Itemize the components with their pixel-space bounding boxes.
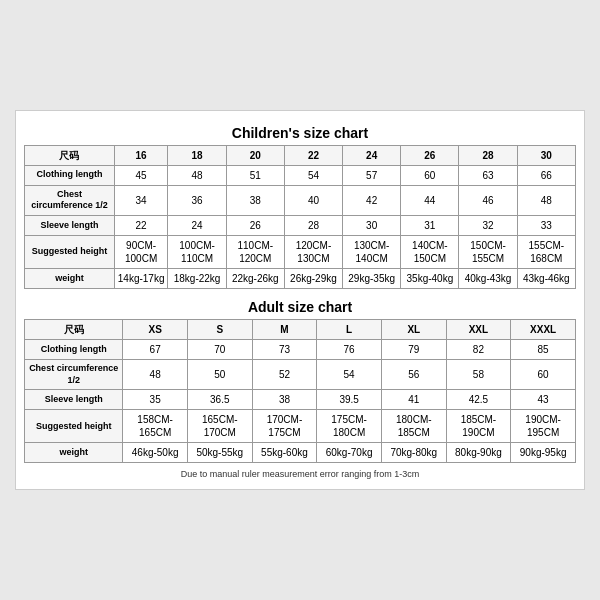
cell-value: 73 xyxy=(252,340,317,360)
cell-value: 170CM-175CM xyxy=(252,410,317,443)
cell-value: 140CM-150CM xyxy=(401,236,459,269)
cell-value: 56 xyxy=(381,360,446,390)
children-header-cell: 24 xyxy=(343,145,401,165)
cell-value: 57 xyxy=(343,165,401,185)
cell-value: 58 xyxy=(446,360,511,390)
cell-value: 67 xyxy=(123,340,188,360)
cell-value: 48 xyxy=(123,360,188,390)
cell-value: 70 xyxy=(187,340,252,360)
cell-value: 52 xyxy=(252,360,317,390)
children-header-cell: 20 xyxy=(226,145,284,165)
adult-header-cell: XS xyxy=(123,320,188,340)
cell-value: 36 xyxy=(168,185,226,215)
table-row: Chest circumference 1/248505254565860 xyxy=(25,360,576,390)
cell-value: 28 xyxy=(284,216,342,236)
cell-value: 48 xyxy=(168,165,226,185)
adult-table: 尺码XSSMLXLXXLXXXL Clothing length67707376… xyxy=(24,319,576,463)
adult-header-cell: L xyxy=(317,320,382,340)
children-header-cell: 尺码 xyxy=(25,145,115,165)
cell-value: 90CM-100CM xyxy=(114,236,168,269)
row-label: Clothing length xyxy=(25,165,115,185)
adult-title: Adult size chart xyxy=(24,295,576,319)
cell-value: 82 xyxy=(446,340,511,360)
cell-value: 63 xyxy=(459,165,517,185)
children-header-cell: 26 xyxy=(401,145,459,165)
cell-value: 30 xyxy=(343,216,401,236)
table-row: Clothing length4548515457606366 xyxy=(25,165,576,185)
cell-value: 79 xyxy=(381,340,446,360)
cell-value: 185CM-190CM xyxy=(446,410,511,443)
cell-value: 110CM-120CM xyxy=(226,236,284,269)
cell-value: 43 xyxy=(511,390,576,410)
cell-value: 180CM-185CM xyxy=(381,410,446,443)
table-row: Sleeve length2224262830313233 xyxy=(25,216,576,236)
cell-value: 18kg-22kg xyxy=(168,269,226,289)
cell-value: 50 xyxy=(187,360,252,390)
row-label: Suggested height xyxy=(25,236,115,269)
table-row: Suggested height158CM-165CM165CM-170CM17… xyxy=(25,410,576,443)
row-label: Clothing length xyxy=(25,340,123,360)
cell-value: 38 xyxy=(252,390,317,410)
cell-value: 158CM-165CM xyxy=(123,410,188,443)
cell-value: 175CM-180CM xyxy=(317,410,382,443)
cell-value: 46kg-50kg xyxy=(123,443,188,463)
cell-value: 51 xyxy=(226,165,284,185)
table-row: Clothing length67707376798285 xyxy=(25,340,576,360)
cell-value: 66 xyxy=(517,165,575,185)
children-title: Children's size chart xyxy=(24,121,576,145)
table-row: Suggested height90CM-100CM100CM-110CM110… xyxy=(25,236,576,269)
cell-value: 42.5 xyxy=(446,390,511,410)
cell-value: 165CM-170CM xyxy=(187,410,252,443)
cell-value: 22kg-26kg xyxy=(226,269,284,289)
cell-value: 31 xyxy=(401,216,459,236)
cell-value: 80kg-90kg xyxy=(446,443,511,463)
row-label: Sleeve length xyxy=(25,390,123,410)
cell-value: 85 xyxy=(511,340,576,360)
children-header-cell: 28 xyxy=(459,145,517,165)
cell-value: 60kg-70kg xyxy=(317,443,382,463)
chart-container: Children's size chart 尺码1618202224262830… xyxy=(15,110,585,491)
table-row: Sleeve length3536.53839.54142.543 xyxy=(25,390,576,410)
cell-value: 54 xyxy=(284,165,342,185)
note: Due to manual ruler measurement error ra… xyxy=(24,469,576,479)
row-label: Sleeve length xyxy=(25,216,115,236)
adult-header-cell: M xyxy=(252,320,317,340)
adult-header-cell: 尺码 xyxy=(25,320,123,340)
cell-value: 60 xyxy=(401,165,459,185)
cell-value: 38 xyxy=(226,185,284,215)
cell-value: 26kg-29kg xyxy=(284,269,342,289)
cell-value: 55kg-60kg xyxy=(252,443,317,463)
children-table: 尺码1618202224262830 Clothing length454851… xyxy=(24,145,576,289)
children-header-cell: 18 xyxy=(168,145,226,165)
cell-value: 44 xyxy=(401,185,459,215)
cell-value: 50kg-55kg xyxy=(187,443,252,463)
cell-value: 14kg-17kg xyxy=(114,269,168,289)
table-row: weight46kg-50kg50kg-55kg55kg-60kg60kg-70… xyxy=(25,443,576,463)
cell-value: 29kg-35kg xyxy=(343,269,401,289)
cell-value: 42 xyxy=(343,185,401,215)
cell-value: 41 xyxy=(381,390,446,410)
adult-header-cell: XL xyxy=(381,320,446,340)
cell-value: 130CM-140CM xyxy=(343,236,401,269)
cell-value: 43kg-46kg xyxy=(517,269,575,289)
adult-header-cell: XXXL xyxy=(511,320,576,340)
cell-value: 35 xyxy=(123,390,188,410)
cell-value: 35kg-40kg xyxy=(401,269,459,289)
cell-value: 100CM-110CM xyxy=(168,236,226,269)
children-header-cell: 30 xyxy=(517,145,575,165)
cell-value: 76 xyxy=(317,340,382,360)
cell-value: 46 xyxy=(459,185,517,215)
cell-value: 40 xyxy=(284,185,342,215)
cell-value: 70kg-80kg xyxy=(381,443,446,463)
cell-value: 150CM-155CM xyxy=(459,236,517,269)
cell-value: 34 xyxy=(114,185,168,215)
row-label: Suggested height xyxy=(25,410,123,443)
cell-value: 33 xyxy=(517,216,575,236)
cell-value: 120CM-130CM xyxy=(284,236,342,269)
cell-value: 26 xyxy=(226,216,284,236)
cell-value: 54 xyxy=(317,360,382,390)
adult-header-cell: XXL xyxy=(446,320,511,340)
table-row: Chest circumference 1/23436384042444648 xyxy=(25,185,576,215)
cell-value: 190CM-195CM xyxy=(511,410,576,443)
cell-value: 24 xyxy=(168,216,226,236)
